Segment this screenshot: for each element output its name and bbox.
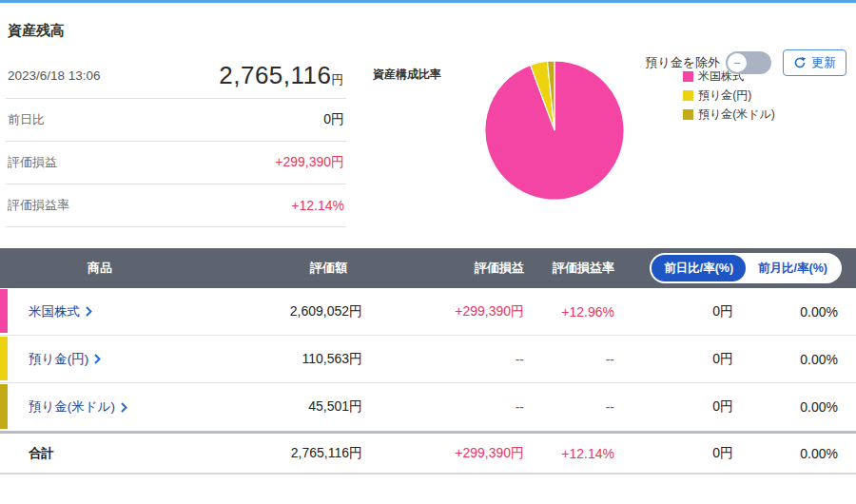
- controls-bar: 預り金を除外 − 更新: [645, 49, 846, 76]
- page-title: 資産残高: [8, 22, 856, 40]
- total-asset-number: 2,765,116: [219, 61, 331, 89]
- segment-day-change[interactable]: 前日比/率(%): [652, 255, 746, 281]
- legend-swatch-deposit-usd: [683, 109, 693, 120]
- table-row-deposit-jpy: 預り金(円) 110,563円 -- -- 0円 0.00%: [0, 336, 856, 383]
- toggle-knob[interactable]: −: [728, 53, 747, 72]
- chart-title: 資産構成比率: [373, 67, 441, 227]
- header-pl-rate: 評価損益率: [528, 260, 618, 277]
- chevron-right-icon: [121, 402, 127, 413]
- cell-day-change: 0円: [618, 398, 737, 416]
- segment-month-change[interactable]: 前月比/率(%): [746, 255, 840, 281]
- top-accent-line: [0, 0, 856, 3]
- header-valuation: 評価額: [200, 260, 366, 277]
- row-link-deposit-usd[interactable]: 預り金(米ドル): [0, 398, 200, 416]
- row-name: 預り金(米ドル): [29, 398, 115, 416]
- refresh-label: 更新: [811, 54, 836, 71]
- day-change-value: 0円: [323, 111, 344, 128]
- summary-panel: 2023/6/18 13:06 2,765,116円 前日比 0円 評価損益 +…: [6, 53, 346, 227]
- day-change-label: 前日比: [8, 111, 45, 128]
- legend-label-deposit-usd: 預り金(米ドル): [698, 107, 775, 123]
- pl-rate-row: 評価損益率 +12.14%: [6, 184, 346, 227]
- refresh-icon: [793, 56, 807, 69]
- pl-value: +299,390円: [275, 154, 344, 171]
- pie-chart-container: [483, 59, 626, 227]
- main-content: 2023/6/18 13:06 2,765,116円 前日比 0円 評価損益 +…: [0, 53, 856, 227]
- cell-valuation: 110,563円: [200, 351, 366, 368]
- chevron-right-icon: [94, 354, 101, 364]
- total-asset-unit: 円: [332, 72, 345, 87]
- cell-valuation: 2,609,052円: [200, 303, 366, 320]
- total-day-change: 0円: [618, 445, 737, 462]
- cell-pl: --: [366, 352, 528, 367]
- cell-day-change: 0円: [618, 303, 737, 320]
- as-of-timestamp: 2023/6/18 13:06: [8, 68, 101, 83]
- table-row-us-stocks: 米国株式 2,609,052円 +299,390円 +12.96% 0円 0.0…: [0, 288, 856, 336]
- exclude-deposit-toggle-group: 預り金を除外 −: [645, 51, 771, 74]
- row-color-bar: [0, 289, 8, 333]
- pie-chart: [483, 59, 626, 202]
- legend-label-deposit-jpy: 預り金(円): [698, 87, 751, 104]
- cell-pl-rate: --: [528, 399, 618, 415]
- cell-day-change: 0円: [618, 351, 737, 368]
- row-name: 預り金(円): [29, 351, 88, 368]
- cell-day-rate: 0.00%: [737, 399, 842, 415]
- cell-pl-rate: +12.96%: [528, 304, 618, 320]
- cell-pl: +299,390円: [366, 303, 528, 320]
- cell-pl-rate: --: [528, 352, 618, 367]
- chart-legend: 米国株式 預り金(円) 預り金(米ドル): [683, 68, 775, 227]
- total-pl: +299,390円: [366, 445, 528, 462]
- total-day-rate: 0.00%: [737, 446, 842, 461]
- pl-row: 評価損益 +299,390円: [6, 142, 346, 184]
- cell-day-rate: 0.00%: [737, 352, 842, 367]
- header-product: 商品: [0, 260, 200, 277]
- chevron-right-icon: [86, 306, 92, 317]
- row-link-deposit-jpy[interactable]: 預り金(円): [0, 351, 200, 368]
- table-total-row: 合計 2,765,116円 +299,390円 +12.14% 0円 0.00%: [0, 431, 856, 475]
- total-row: 2023/6/18 13:06 2,765,116円: [6, 53, 346, 99]
- pl-rate-value: +12.14%: [291, 198, 344, 213]
- total-label: 合計: [0, 445, 200, 462]
- cell-day-rate: 0.00%: [737, 304, 842, 320]
- legend-swatch-deposit-jpy: [683, 90, 693, 101]
- cell-pl: --: [366, 399, 528, 415]
- exclude-deposit-toggle[interactable]: −: [726, 51, 771, 74]
- toggle-label: 預り金を除外: [645, 54, 720, 71]
- day-change-row: 前日比 0円: [6, 99, 346, 142]
- row-link-us-stocks[interactable]: 米国株式: [0, 303, 200, 320]
- legend-item: 預り金(米ドル): [683, 107, 775, 123]
- header-pl: 評価損益: [366, 260, 528, 277]
- pl-rate-label: 評価損益率: [8, 197, 69, 214]
- cell-valuation: 45,501円: [200, 398, 366, 416]
- refresh-button[interactable]: 更新: [783, 49, 846, 76]
- table-header: 商品 評価額 評価損益 評価損益率 前日比/率(%) 前月比/率(%): [0, 248, 856, 288]
- legend-item: 預り金(円): [683, 87, 775, 104]
- period-segmented-control: 前日比/率(%) 前月比/率(%): [650, 253, 842, 283]
- total-valuation: 2,765,116円: [200, 445, 366, 462]
- row-color-bar: [0, 337, 8, 380]
- pl-label: 評価損益: [8, 154, 57, 171]
- table-row-deposit-usd: 預り金(米ドル) 45,501円 -- -- 0円 0.00%: [0, 383, 856, 431]
- total-pl-rate: +12.14%: [528, 446, 618, 461]
- asset-composition-section: 資産構成比率 米国株式 預り金(円) 預り金(米ドル): [346, 53, 856, 227]
- holdings-table: 商品 評価額 評価損益 評価損益率 前日比/率(%) 前月比/率(%) 米国株式…: [0, 248, 856, 475]
- total-asset-value: 2,765,116円: [219, 61, 344, 90]
- row-name: 米国株式: [29, 303, 80, 320]
- row-color-bar: [0, 384, 8, 429]
